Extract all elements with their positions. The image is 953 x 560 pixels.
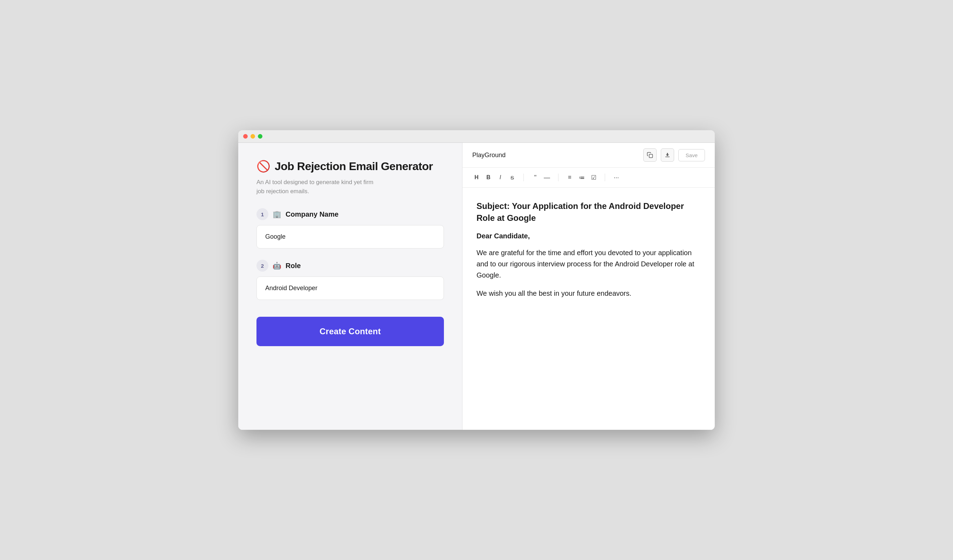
editor-toolbar: H B I S " — ≡ ≔ ☑ ···: [463, 168, 715, 187]
more-options-button[interactable]: ···: [611, 172, 622, 183]
app-icon: 🚫: [256, 159, 270, 173]
list-group: ≡ ≔ ☑: [564, 172, 599, 183]
italic-button[interactable]: I: [495, 172, 506, 183]
role-label-row: 2 🤖 Role: [256, 260, 444, 272]
left-panel: 🚫 Job Rejection Email Generator An AI to…: [238, 143, 463, 430]
ordered-list-button[interactable]: ≔: [576, 172, 587, 183]
toolbar-divider-3: [605, 173, 605, 181]
checkbox-button[interactable]: ☑: [588, 172, 599, 183]
field-number-1: 1: [256, 208, 269, 220]
close-button[interactable]: [243, 134, 248, 139]
bold-button[interactable]: B: [483, 172, 494, 183]
field-number-2: 2: [256, 260, 269, 272]
app-title: Job Rejection Email Generator: [275, 160, 433, 173]
titlebar: [238, 130, 715, 143]
quote-group: " —: [529, 172, 553, 183]
toolbar-divider-1: [523, 173, 524, 181]
maximize-button[interactable]: [258, 134, 262, 139]
email-paragraph-2: We wish you all the best in your future …: [476, 288, 701, 299]
role-input[interactable]: [256, 277, 444, 300]
save-button[interactable]: Save: [678, 149, 705, 161]
right-panel: PlayGround Save H: [463, 143, 715, 430]
email-paragraph-1: We are grateful for the time and effort …: [476, 247, 701, 281]
main-window: 🚫 Job Rejection Email Generator An AI to…: [238, 130, 715, 430]
company-name-label: Company Name: [286, 210, 338, 218]
strikethrough-button[interactable]: S: [507, 172, 518, 183]
minimize-button[interactable]: [250, 134, 255, 139]
text-format-group: H B I S: [471, 172, 518, 183]
bullet-list-button[interactable]: ≡: [564, 172, 575, 183]
email-subject: Subject: Your Application for the Androi…: [476, 200, 701, 224]
app-header: 🚫 Job Rejection Email Generator An AI to…: [256, 159, 444, 196]
dash-button[interactable]: —: [541, 172, 553, 183]
email-content-area: Subject: Your Application for the Androi…: [463, 187, 715, 430]
app-description: An AI tool designed to generate kind yet…: [256, 178, 383, 196]
download-icon-button[interactable]: [661, 149, 674, 162]
toolbar-divider-2: [558, 173, 559, 181]
quote-button[interactable]: ": [529, 172, 541, 183]
role-label: Role: [286, 262, 301, 270]
company-name-label-row: 1 🏢 Company Name: [256, 208, 444, 220]
heading-button[interactable]: H: [471, 172, 482, 183]
role-section: 2 🤖 Role: [256, 260, 444, 300]
company-name-input[interactable]: [256, 225, 444, 249]
company-icon: 🏢: [273, 210, 281, 218]
app-title-row: 🚫 Job Rejection Email Generator: [256, 159, 444, 173]
role-icon: 🤖: [273, 261, 281, 270]
email-greeting: Dear Candidate,: [476, 232, 701, 240]
svg-rect-0: [649, 154, 653, 158]
main-content: 🚫 Job Rejection Email Generator An AI to…: [238, 143, 715, 430]
company-name-section: 1 🏢 Company Name: [256, 208, 444, 249]
copy-icon-button[interactable]: [643, 149, 657, 162]
playground-title: PlayGround: [472, 152, 639, 159]
create-content-button[interactable]: Create Content: [256, 317, 444, 346]
playground-header: PlayGround Save: [463, 143, 715, 168]
